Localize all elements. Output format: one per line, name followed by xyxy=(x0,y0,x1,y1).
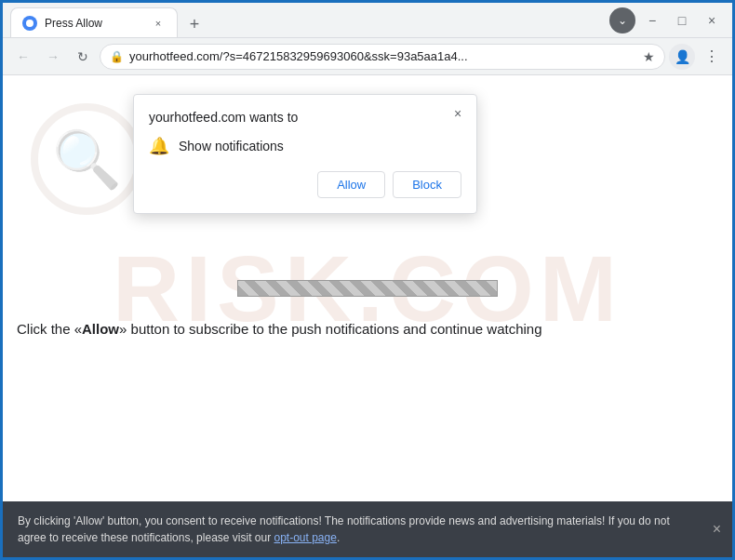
download-icon[interactable]: ⌄ xyxy=(609,7,635,33)
maximize-button[interactable]: □ xyxy=(669,7,695,33)
opt-out-link[interactable]: opt-out page xyxy=(274,531,336,544)
menu-button[interactable]: ⋮ xyxy=(699,44,725,70)
active-tab[interactable]: Press Allow × xyxy=(10,7,178,37)
profile-button[interactable]: 👤 xyxy=(669,44,695,70)
forward-button[interactable]: → xyxy=(40,44,66,70)
url-bar[interactable]: 🔒 yourhotfeed.com/?s=467215832959693060&… xyxy=(100,44,665,70)
popup-close-button[interactable]: × xyxy=(447,102,469,125)
footer-close-button[interactable]: × xyxy=(713,518,721,540)
lock-icon: 🔒 xyxy=(110,50,124,63)
window-controls: − □ × xyxy=(639,7,725,33)
allow-word: Allow xyxy=(82,321,119,337)
main-instruction-text: Click the «Allow» button to subscribe to… xyxy=(3,308,732,352)
tab-favicon xyxy=(22,16,37,31)
notification-popup: × yourhotfeed.com wants to 🔔 Show notifi… xyxy=(133,94,477,214)
footer-text: By clicking 'Allow' button, you consent … xyxy=(18,514,670,544)
text-suffix: » button to subscribe to the push notifi… xyxy=(119,321,541,337)
new-tab-button[interactable]: + xyxy=(181,11,207,37)
tab-close-button[interactable]: × xyxy=(151,16,166,31)
watermark-circle: 🔍 xyxy=(31,103,142,215)
progress-bar xyxy=(237,280,498,297)
reload-button[interactable]: ↻ xyxy=(70,44,96,70)
text-prefix: Click the « xyxy=(17,321,82,337)
block-button[interactable]: Block xyxy=(393,171,461,198)
footer-banner: By clicking 'Allow' button, you consent … xyxy=(3,501,732,557)
search-watermark-icon: 🔍 xyxy=(52,127,122,193)
title-bar: Press Allow × + ⌄ − □ × xyxy=(3,3,732,38)
allow-button[interactable]: Allow xyxy=(317,171,385,198)
tab-title-text: Press Allow xyxy=(45,17,143,30)
permission-label: Show notifications xyxy=(179,139,284,153)
browser-window: Press Allow × + ⌄ − □ × ← → ↻ 🔒 yourhotf… xyxy=(0,0,735,560)
tab-bar: Press Allow × + xyxy=(10,3,609,37)
popup-buttons: Allow Block xyxy=(149,171,461,198)
address-bar: ← → ↻ 🔒 yourhotfeed.com/?s=4672158329596… xyxy=(3,38,732,75)
url-text: yourhotfeed.com/?s=467215832959693060&ss… xyxy=(129,49,637,63)
close-button[interactable]: × xyxy=(699,7,725,33)
bell-icon: 🔔 xyxy=(149,136,169,156)
minimize-button[interactable]: − xyxy=(639,7,665,33)
bookmark-icon[interactable]: ★ xyxy=(643,49,655,64)
popup-permission-row: 🔔 Show notifications xyxy=(149,136,461,156)
page-content: 🔍 RISK.COM Click the «Allow» button to s… xyxy=(3,75,732,557)
back-button[interactable]: ← xyxy=(10,44,36,70)
popup-title: yourhotfeed.com wants to xyxy=(149,110,461,125)
